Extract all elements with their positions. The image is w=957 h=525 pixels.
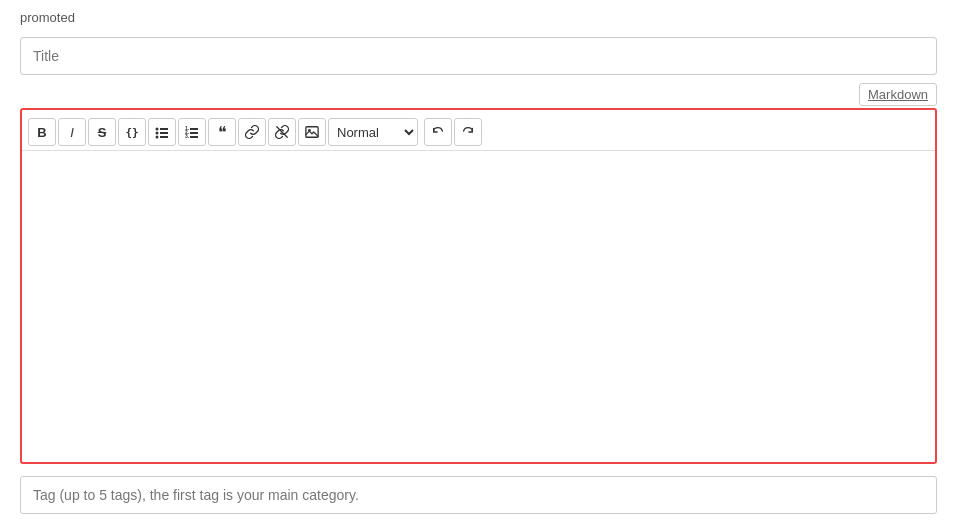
undo-button[interactable]: [424, 118, 452, 146]
svg-rect-7: [190, 128, 198, 130]
undo-redo-group: [424, 118, 482, 146]
title-input[interactable]: [20, 37, 937, 75]
top-bar: Markdown: [20, 83, 937, 106]
undo-icon: [431, 125, 445, 139]
strikethrough-button[interactable]: S: [88, 118, 116, 146]
svg-point-4: [156, 136, 159, 139]
unordered-list-button[interactable]: [148, 118, 176, 146]
markdown-button[interactable]: Markdown: [859, 83, 937, 106]
svg-rect-9: [190, 132, 198, 134]
quote-button[interactable]: ❝: [208, 118, 236, 146]
toolbar-divider: [22, 150, 935, 151]
editor-textarea[interactable]: [26, 155, 931, 455]
italic-button[interactable]: I: [58, 118, 86, 146]
svg-rect-3: [160, 132, 168, 134]
svg-point-0: [156, 128, 159, 131]
page-wrapper: promoted Markdown B I S {}: [0, 0, 957, 525]
svg-rect-5: [160, 136, 168, 138]
svg-rect-11: [190, 136, 198, 138]
editor-container: B I S {} 1. 2.: [20, 108, 937, 464]
svg-line-12: [277, 127, 288, 138]
format-select[interactable]: Normal Heading 1 Heading 2 Heading 3 Hea…: [328, 118, 418, 146]
redo-button[interactable]: [454, 118, 482, 146]
redo-icon: [461, 125, 475, 139]
ordered-list-icon: 1. 2. 3.: [185, 125, 199, 139]
unlink-button[interactable]: [268, 118, 296, 146]
bold-button[interactable]: B: [28, 118, 56, 146]
promoted-label: promoted: [20, 10, 937, 25]
link-icon: [245, 125, 259, 139]
ordered-list-button[interactable]: 1. 2. 3.: [178, 118, 206, 146]
svg-text:3.: 3.: [185, 133, 190, 139]
tag-input[interactable]: [20, 476, 937, 514]
code-button[interactable]: {}: [118, 118, 146, 146]
link-button[interactable]: [238, 118, 266, 146]
unordered-list-icon: [155, 125, 169, 139]
svg-point-2: [156, 132, 159, 135]
image-icon: [305, 125, 319, 139]
toolbar: B I S {} 1. 2.: [26, 114, 931, 150]
image-button[interactable]: [298, 118, 326, 146]
svg-rect-1: [160, 128, 168, 130]
unlink-icon: [275, 125, 289, 139]
